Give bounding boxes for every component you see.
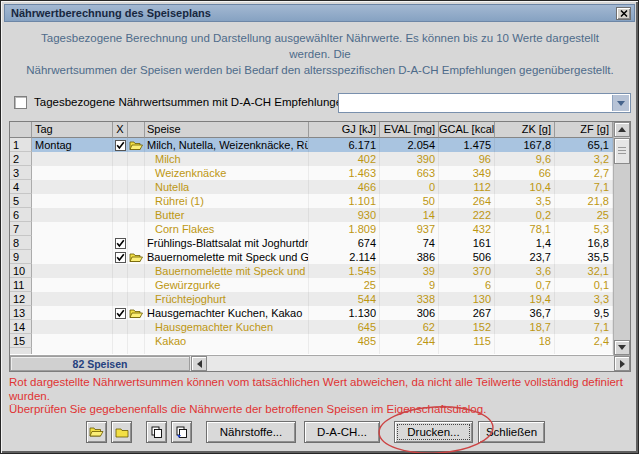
copy-icon xyxy=(150,426,163,439)
nutrition-dialog: Nährwertberechnung des Speiseplans Tages… xyxy=(0,0,639,454)
cell-x xyxy=(113,166,128,180)
new-folder-button[interactable] xyxy=(111,421,132,443)
cell-icon xyxy=(128,208,145,222)
cell-x xyxy=(113,194,128,208)
cell-zf: 9,5 xyxy=(555,306,613,320)
cell-zk: 23,7 xyxy=(495,250,555,264)
column-header-speise[interactable]: Speise xyxy=(145,122,309,138)
cell-num: 2 xyxy=(10,152,32,166)
folder-closed-icon xyxy=(115,427,129,438)
column-header-eval[interactable]: EVAL [mg] xyxy=(380,122,439,138)
partial-row xyxy=(10,348,613,354)
table-row[interactable]: 3Weizenknäcke1.463663349662,7 xyxy=(10,166,613,180)
cell-eval: 39 xyxy=(380,264,439,278)
copy-button[interactable] xyxy=(146,421,167,443)
cell-eval: 74 xyxy=(380,236,439,250)
vertical-scrollbar-thumb[interactable] xyxy=(614,138,630,164)
table-header: TagXSpeiseGJ [kJ]EVAL [mg]GCAL [kcal]ZK … xyxy=(10,122,613,138)
row-checkbox[interactable] xyxy=(113,250,128,264)
cell-gcal: 267 xyxy=(439,306,495,320)
column-header-num[interactable] xyxy=(10,122,32,138)
cell-gcal: 96 xyxy=(439,152,495,166)
cell-num: 13 xyxy=(10,306,32,320)
cell-zk: 9,6 xyxy=(495,152,555,166)
cell-eval: 0 xyxy=(380,180,439,194)
table-row[interactable]: 15Kakao485244115182,4 xyxy=(10,334,613,348)
table-row[interactable]: 11Gewürzgurke25960,70,1 xyxy=(10,278,613,292)
compare-dropdown[interactable] xyxy=(338,93,631,113)
table-row[interactable]: 8Frühlings-Blattsalat mit Joghurtdres..6… xyxy=(10,236,613,250)
cell-icon xyxy=(128,278,145,292)
compare-dropdown-arrow[interactable] xyxy=(612,95,629,111)
dach-button[interactable]: D-A-CH... xyxy=(304,421,380,443)
cell-num: 3 xyxy=(10,166,32,180)
row-checkbox[interactable] xyxy=(113,138,128,152)
table-row[interactable]: 13Hausgemachter Kuchen, Kakao1.130306267… xyxy=(10,306,613,320)
column-header-gcal[interactable]: GCAL [kcal] xyxy=(439,122,495,138)
column-header-icon[interactable] xyxy=(128,122,145,138)
cell-eval: 62 xyxy=(380,320,439,334)
row-checkbox[interactable] xyxy=(113,236,128,250)
scroll-left-button[interactable] xyxy=(191,356,207,371)
table-row[interactable]: 12Früchtejoghurt54433813019,43,3 xyxy=(10,292,613,306)
intro-line-2: Nährwertsummen der Speisen werden bei Be… xyxy=(20,62,620,78)
cell-gcal: 506 xyxy=(439,250,495,264)
arrow-down-icon xyxy=(618,345,626,350)
close-button[interactable] xyxy=(616,7,631,20)
schliessen-button[interactable]: Schließen xyxy=(478,421,545,443)
column-header-tag[interactable]: Tag xyxy=(32,122,113,138)
cell-zk: 18 xyxy=(495,334,555,348)
cell-zk: 0,2 xyxy=(495,208,555,222)
cell-num: 14 xyxy=(10,320,32,334)
table-row[interactable]: 6Butter930142220,225 xyxy=(10,208,613,222)
table-row[interactable]: 7Corn Flakes1.80993743278,15,3 xyxy=(10,222,613,236)
column-header-zf[interactable]: ZF [g] xyxy=(555,122,613,138)
cell-speise: Milch xyxy=(145,152,309,166)
table-row[interactable]: 9Bauernomelette mit Speck und Gem..2.114… xyxy=(10,250,613,264)
title-bar[interactable]: Nährwertberechnung des Speiseplans xyxy=(4,4,635,22)
cell-tag: Montag xyxy=(32,138,113,152)
horizontal-scrollbar[interactable] xyxy=(190,356,630,371)
cell-gcal: 222 xyxy=(439,208,495,222)
cell-tag xyxy=(32,278,113,292)
column-header-gj[interactable]: GJ [kJ] xyxy=(309,122,380,138)
cell-tag xyxy=(32,222,113,236)
cell-tag xyxy=(32,334,113,348)
table-row[interactable]: 4Nutella466011210,47,1 xyxy=(10,180,613,194)
drucken-button[interactable]: Drucken... xyxy=(394,421,473,443)
copy-special-button[interactable] xyxy=(171,421,192,443)
cell-tag xyxy=(32,236,113,250)
scroll-right-button[interactable] xyxy=(614,356,630,371)
cell-zf: 3,3 xyxy=(555,292,613,306)
cell-gcal: 264 xyxy=(439,194,495,208)
cell-tag xyxy=(32,250,113,264)
row-checkbox[interactable] xyxy=(113,306,128,320)
cell-zk: 78,1 xyxy=(495,222,555,236)
cell-eval: 390 xyxy=(380,152,439,166)
cell-gcal: 1.475 xyxy=(439,138,495,152)
arrow-right-icon xyxy=(620,360,625,368)
scroll-down-button[interactable] xyxy=(614,340,630,355)
column-header-x[interactable]: X xyxy=(113,122,128,138)
cell-speise: Weizenknäcke xyxy=(145,166,309,180)
cell-zf: 0,1 xyxy=(555,278,613,292)
naehrstoffe-button[interactable]: Nährstoffe... xyxy=(206,421,296,443)
cell-icon xyxy=(128,320,145,334)
column-header-zk[interactable]: ZK [g] xyxy=(495,122,555,138)
open-plan-button[interactable] xyxy=(86,421,107,443)
cell-zf: 32,1 xyxy=(555,264,613,278)
warning-line-2: Überprüfen Sie gegebenenfalls die Nährwe… xyxy=(9,403,633,417)
table-row[interactable]: 5Rührei (1)1.101502643,521,8 xyxy=(10,194,613,208)
compare-checkbox[interactable] xyxy=(14,96,27,109)
cell-icon xyxy=(128,222,145,236)
cell-num: 8 xyxy=(10,236,32,250)
scroll-up-button[interactable] xyxy=(614,122,630,137)
table-row[interactable]: 2Milch402390969,63,2 xyxy=(10,152,613,166)
cell-gcal: 130 xyxy=(439,292,495,306)
dialog-title: Nährwertberechnung des Speiseplans xyxy=(11,7,211,19)
table-row[interactable]: 10Bauernomelette mit Speck und Ge..1.545… xyxy=(10,264,613,278)
cell-num: 10 xyxy=(10,264,32,278)
vertical-scrollbar[interactable] xyxy=(613,122,630,355)
table-row[interactable]: 1MontagMilch, Nutella, Weizenknäcke, Rüh… xyxy=(10,138,613,152)
table-row[interactable]: 14Hausgemachter Kuchen6456215218,77,1 xyxy=(10,320,613,334)
